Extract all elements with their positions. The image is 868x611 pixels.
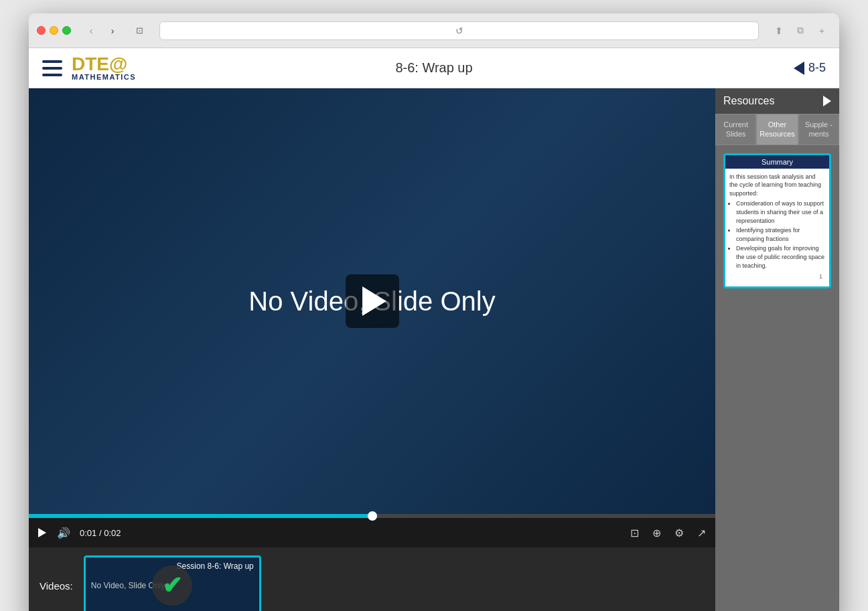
dot-yellow[interactable] (50, 26, 58, 35)
logo-line1: DTE@ (72, 55, 136, 74)
browser-nav-buttons: ‹ › (82, 21, 122, 40)
browser-right-buttons: ⬆ ⧉ + (770, 21, 831, 40)
settings-button[interactable]: ⚙ (673, 525, 685, 541)
logo-line2: MATHEMATICS (72, 74, 136, 81)
controls-row: 🔊 0:01 / 0:02 ⊡ ⊕ (29, 518, 715, 547)
dot-green[interactable] (62, 26, 71, 35)
video-thumbnail-1[interactable]: No Video, Slide Only ✔ Session 8-6: Wrap… (84, 555, 261, 611)
progress-thumb[interactable] (368, 511, 377, 521)
logo: DTE@ MATHEMATICS (72, 55, 136, 81)
play-icon (362, 286, 386, 316)
slide-bullet-1: Consideration of ways to support student… (736, 199, 825, 225)
play-pause-button[interactable] (37, 527, 48, 539)
main-content: No Video, Slide Only 🔊 (29, 88, 839, 611)
page-title: 8-6: Wrap up (395, 60, 472, 76)
tab-other-resources[interactable]: Other Resources (756, 114, 798, 145)
videos-strip: Videos: No Video, Slide Only ✔ Session 8… (29, 547, 715, 611)
share-button[interactable]: ⬆ (770, 21, 788, 40)
progress-bar-fill (29, 514, 372, 518)
address-bar[interactable]: ↺ (159, 21, 759, 40)
play-overlay[interactable] (346, 274, 399, 328)
video-area: No Video, Slide Only 🔊 (29, 88, 715, 611)
tab-current-slides[interactable]: Current Slides (715, 114, 756, 145)
slide-bullet-2: Identifying strategies for comparing fra… (736, 226, 825, 243)
slide-card-header: Summary (725, 155, 829, 169)
slide-card: Summary In this session task analysis an… (723, 153, 831, 288)
checkmark-icon: ✔ (162, 572, 182, 600)
resources-title: Resources (723, 95, 774, 107)
videos-label: Videos: (40, 580, 73, 592)
share-icon: ↗ (697, 527, 706, 539)
thumb-checkmark: ✔ (152, 565, 192, 606)
resources-sidebar: Resources Current Slides Other Resources… (715, 88, 839, 611)
resources-header: Resources (715, 88, 839, 114)
nav-arrow-icon (794, 62, 804, 75)
gear-icon: ⚙ (674, 527, 684, 539)
hamburger-icon[interactable] (42, 60, 62, 76)
dot-red[interactable] (37, 26, 46, 35)
resources-content: Summary In this session task analysis an… (715, 145, 839, 611)
slide-intro: In this session task analysis and the cy… (729, 173, 825, 198)
time-current: 0:01 (80, 528, 96, 538)
nav-label: 8-5 (808, 61, 826, 75)
slide-bullets: Consideration of ways to support student… (729, 199, 825, 270)
resources-arrow-icon (823, 96, 831, 106)
slide-bullet-3: Developing goals for improving the use o… (736, 244, 825, 270)
resources-tabs: Current Slides Other Resources Supple -m… (715, 114, 839, 145)
video-player[interactable]: No Video, Slide Only (29, 88, 715, 514)
refresh-icon: ↺ (455, 25, 463, 36)
tab-supplements[interactable]: Supple -ments (798, 114, 839, 145)
video-player-inner: No Video, Slide Only (29, 88, 715, 514)
app-header: DTE@ MATHEMATICS 8-6: Wrap up 8-5 (29, 48, 839, 88)
browser-titlebar: ‹ › ⊡ ↺ ⬆ ⧉ + (29, 13, 839, 48)
browser-dots (37, 26, 71, 35)
nav-back-arrow[interactable]: 8-5 (794, 61, 826, 75)
volume-icon: 🔊 (57, 527, 70, 539)
play-pause-icon (38, 528, 46, 537)
ctrl-icons-right: ⊡ ⊕ ⚙ ↗ (629, 525, 707, 541)
browser-window: ‹ › ⊡ ↺ ⬆ ⧉ + DTE@ MATHEMATICS 8-6: Wrap… (29, 13, 839, 611)
window-button[interactable]: ⊡ (130, 21, 149, 40)
video-controls: 🔊 0:01 / 0:02 ⊡ ⊕ (29, 514, 715, 547)
fullscreen-icon: ⊡ (630, 527, 639, 539)
forward-button[interactable]: › (103, 21, 122, 40)
new-tab-button[interactable]: ⧉ (791, 21, 810, 40)
cast-button[interactable]: ⊕ (651, 525, 662, 541)
slide-card-body: In this session task analysis and the cy… (725, 169, 829, 286)
fullscreen-button[interactable]: ⊡ (629, 525, 640, 541)
cast-icon: ⊕ (652, 527, 661, 539)
time-display: 0:01 / 0:02 (80, 528, 121, 538)
header-nav: 8-5 (794, 61, 826, 75)
back-button[interactable]: ‹ (82, 21, 100, 40)
add-button[interactable]: + (812, 21, 831, 40)
volume-button[interactable]: 🔊 (56, 525, 72, 541)
slide-number: 1 (729, 271, 825, 282)
share-video-button[interactable]: ↗ (696, 525, 707, 541)
progress-bar[interactable] (29, 514, 715, 518)
time-total: 0:02 (104, 528, 121, 538)
